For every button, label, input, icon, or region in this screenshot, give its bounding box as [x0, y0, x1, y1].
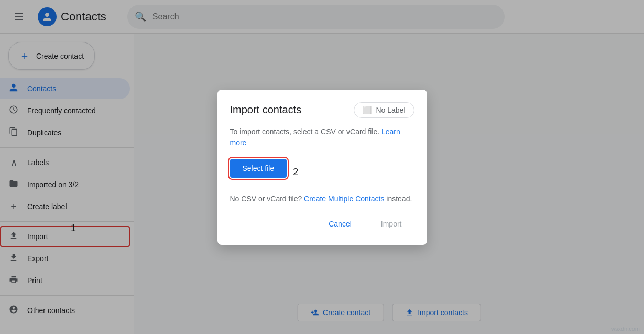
dialog-header: Import contacts ⬜ No Label [230, 102, 414, 118]
no-csv-text: No CSV or vCard file? Create Multiple Co… [230, 195, 414, 203]
select-file-row: Select file 2 [230, 159, 414, 186]
dialog-title: Import contacts [230, 104, 302, 116]
no-label-text: No Label [376, 106, 405, 114]
watermark: wsxdn.com [611, 326, 640, 332]
import-contacts-dialog: Import contacts ⬜ No Label To import con… [217, 90, 427, 245]
label-toggle-icon: ⬜ [363, 106, 372, 114]
cancel-button[interactable]: Cancel [316, 216, 364, 232]
create-multiple-contacts-link[interactable]: Create Multiple Contacts [304, 195, 384, 203]
no-label-chip[interactable]: ⬜ No Label [354, 102, 414, 118]
import-button[interactable]: Import [368, 216, 414, 232]
select-file-button[interactable]: Select file [230, 159, 287, 178]
dialog-overlay: Import contacts ⬜ No Label To import con… [0, 0, 644, 334]
dialog-body-text: To import contacts, select a CSV or vCar… [230, 126, 414, 148]
dialog-actions: Cancel Import [230, 216, 414, 232]
step-2-annotation: 2 [293, 167, 298, 178]
